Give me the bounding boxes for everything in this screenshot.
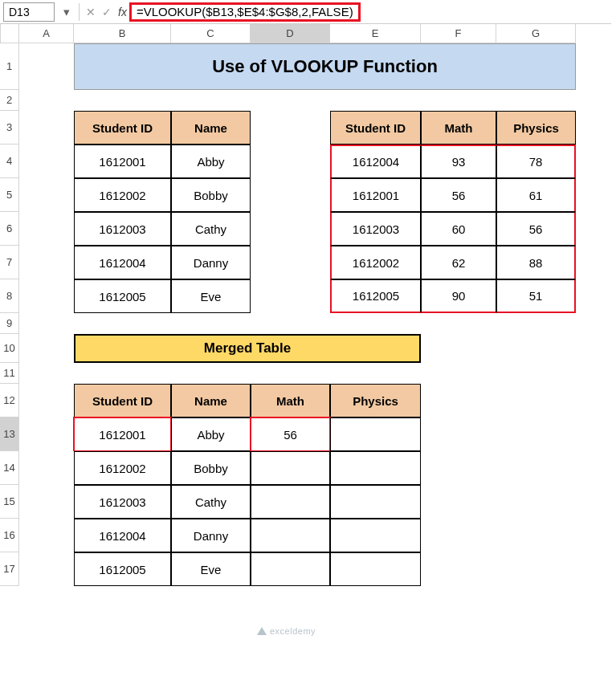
cell-D11[interactable]	[251, 363, 330, 384]
merged-table-label[interactable]: Merged Table	[74, 334, 421, 363]
cell-D3[interactable]	[251, 111, 330, 145]
row-header-16[interactable]: 16	[0, 519, 19, 552]
row-header-12[interactable]: 12	[0, 384, 19, 417]
row-header-17[interactable]: 17	[0, 552, 19, 586]
cancel-icon[interactable]: ✕	[83, 6, 99, 18]
cell-C7[interactable]: Danny	[171, 246, 251, 279]
cell-E7[interactable]: 1612002	[330, 246, 421, 279]
row-header-4[interactable]: 4	[0, 145, 19, 178]
col-header-B[interactable]: B	[74, 24, 171, 43]
cell-A8[interactable]	[19, 279, 74, 313]
cell-E12[interactable]: Physics	[330, 384, 421, 417]
row-header-15[interactable]: 15	[0, 485, 19, 519]
cell-E6[interactable]: 1612003	[330, 212, 421, 246]
cell-A2[interactable]	[19, 90, 74, 111]
cell-A1[interactable]	[19, 43, 74, 90]
cell-E5[interactable]: 1612001	[330, 178, 421, 212]
cell-B5[interactable]: 1612002	[74, 178, 171, 212]
cell-C4[interactable]: Abby	[171, 145, 251, 178]
cell-F17[interactable]	[421, 552, 496, 586]
cell-G2[interactable]	[496, 90, 576, 111]
cell-G10[interactable]	[496, 334, 576, 363]
col-header-F[interactable]: F	[421, 24, 496, 43]
cell-A14[interactable]	[19, 451, 74, 485]
row-header-6[interactable]: 6	[0, 212, 19, 246]
name-box[interactable]: D13	[3, 2, 55, 22]
row-header-14[interactable]: 14	[0, 451, 19, 485]
row-header-2[interactable]: 2	[0, 90, 19, 111]
cell-C16[interactable]: Danny	[171, 519, 251, 552]
cell-G15[interactable]	[496, 485, 576, 519]
cell-G13[interactable]	[496, 417, 576, 451]
cell-C17[interactable]: Eve	[171, 552, 251, 586]
cell-E13[interactable]	[330, 417, 421, 451]
cell-F11[interactable]	[421, 363, 496, 384]
cell-D12[interactable]: Math	[251, 384, 330, 417]
cell-E15[interactable]	[330, 485, 421, 519]
cell-A16[interactable]	[19, 519, 74, 552]
cell-G9[interactable]	[496, 313, 576, 334]
cell-F3[interactable]: Math	[421, 111, 496, 145]
cell-B3[interactable]: Student ID	[74, 111, 171, 145]
cell-G6[interactable]: 56	[496, 212, 576, 246]
cell-A5[interactable]	[19, 178, 74, 212]
cell-C13[interactable]: Abby	[171, 417, 251, 451]
cell-B12[interactable]: Student ID	[74, 384, 171, 417]
cell-D9[interactable]	[251, 313, 330, 334]
cell-C2[interactable]	[171, 90, 251, 111]
select-all-corner[interactable]	[0, 24, 19, 43]
cell-B9[interactable]	[74, 313, 171, 334]
cell-G12[interactable]	[496, 384, 576, 417]
col-header-A[interactable]: A	[19, 24, 74, 43]
col-header-G[interactable]: G	[496, 24, 576, 43]
cell-A11[interactable]	[19, 363, 74, 384]
cell-D15[interactable]	[251, 485, 330, 519]
row-header-8[interactable]: 8	[0, 279, 19, 313]
cell-B6[interactable]: 1612003	[74, 212, 171, 246]
cell-G17[interactable]	[496, 552, 576, 586]
cell-C8[interactable]: Eve	[171, 279, 251, 313]
row-header-13[interactable]: 13	[0, 417, 19, 451]
formula-input[interactable]: =VLOOKUP($B13,$E$4:$G$8,2,FALSE)	[130, 0, 611, 23]
cell-A12[interactable]	[19, 384, 74, 417]
cell-A17[interactable]	[19, 552, 74, 586]
cell-E17[interactable]	[330, 552, 421, 586]
cell-B14[interactable]: 1612002	[74, 451, 171, 485]
cell-F16[interactable]	[421, 519, 496, 552]
cell-G3[interactable]: Physics	[496, 111, 576, 145]
cell-C12[interactable]: Name	[171, 384, 251, 417]
cell-C9[interactable]	[171, 313, 251, 334]
row-header-3[interactable]: 3	[0, 111, 19, 145]
cell-C15[interactable]: Cathy	[171, 485, 251, 519]
cell-B4[interactable]: 1612001	[74, 145, 171, 178]
cell-E9[interactable]	[330, 313, 421, 334]
cell-A15[interactable]	[19, 485, 74, 519]
cell-A7[interactable]	[19, 246, 74, 279]
col-header-D[interactable]: D	[251, 24, 330, 43]
enter-icon[interactable]: ✓	[99, 6, 115, 18]
cell-B11[interactable]	[74, 363, 171, 384]
cell-F14[interactable]	[421, 451, 496, 485]
cell-E2[interactable]	[330, 90, 421, 111]
cell-D8[interactable]	[251, 279, 330, 313]
title-merged[interactable]: Use of VLOOKUP Function	[74, 43, 576, 90]
cell-B16[interactable]: 1612004	[74, 519, 171, 552]
cell-C11[interactable]	[171, 363, 251, 384]
cell-D14[interactable]	[251, 451, 330, 485]
cell-C3[interactable]: Name	[171, 111, 251, 145]
cell-F13[interactable]	[421, 417, 496, 451]
cell-F6[interactable]: 60	[421, 212, 496, 246]
cell-A6[interactable]	[19, 212, 74, 246]
cell-F9[interactable]	[421, 313, 496, 334]
cell-F2[interactable]	[421, 90, 496, 111]
cell-F4[interactable]: 93	[421, 145, 496, 178]
cell-E8[interactable]: 1612005	[330, 279, 421, 313]
cell-G11[interactable]	[496, 363, 576, 384]
row-header-7[interactable]: 7	[0, 246, 19, 279]
cell-A9[interactable]	[19, 313, 74, 334]
row-header-10[interactable]: 10	[0, 334, 19, 363]
cell-D16[interactable]	[251, 519, 330, 552]
cell-E11[interactable]	[330, 363, 421, 384]
col-header-E[interactable]: E	[330, 24, 421, 43]
cell-B2[interactable]	[74, 90, 171, 111]
